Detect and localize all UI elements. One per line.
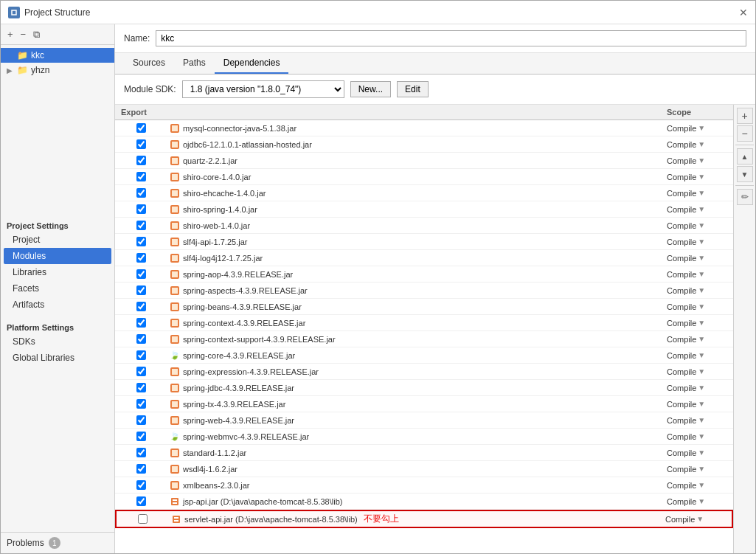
dependency-checkbox[interactable] [136, 367, 146, 376]
sidebar-item-artifacts[interactable]: Artifacts [1, 297, 114, 313]
scope-dropdown[interactable]: ▼ [698, 238, 705, 246]
dependency-checkbox[interactable] [136, 204, 146, 214]
scope-dropdown[interactable]: ▼ [698, 335, 705, 343]
scope-dropdown[interactable]: ▼ [698, 481, 705, 489]
dependency-checkbox[interactable] [136, 139, 146, 149]
scope-dropdown[interactable]: ▼ [698, 351, 705, 359]
scope-dropdown[interactable]: ▼ [698, 416, 705, 424]
edit-dependency-button[interactable]: ✏ [737, 189, 753, 205]
dependency-checkbox[interactable] [136, 253, 146, 263]
sdk-select[interactable]: 1.8 (java version "1.8.0_74") [182, 80, 344, 98]
sidebar-item-modules[interactable]: Modules [4, 248, 111, 264]
dependency-checkbox-cell [115, 237, 167, 246]
tab-sources[interactable]: Sources [124, 53, 174, 74]
dependency-checkbox[interactable] [136, 269, 146, 279]
dependency-checkbox[interactable] [136, 123, 146, 133]
scope-dropdown[interactable]: ▼ [698, 400, 705, 408]
dependency-scope: Compile▼ [667, 465, 733, 474]
name-row: Name: [115, 24, 755, 53]
move-down-button[interactable]: ▼ [737, 166, 753, 182]
dependency-label: spring-expression-4.3.9.RELEASE.jar [183, 367, 319, 376]
dependency-checkbox[interactable] [136, 318, 146, 328]
dependency-checkbox[interactable] [136, 221, 146, 230]
jar-icon [170, 464, 180, 474]
scope-dropdown[interactable]: ▼ [698, 205, 705, 213]
dependency-checkbox[interactable] [136, 334, 146, 344]
scope-dropdown[interactable]: ▼ [698, 254, 705, 262]
dependency-scope: Compile▼ [667, 335, 733, 344]
copy-module-button[interactable]: ⧉ [31, 28, 42, 41]
add-module-button[interactable]: + [5, 28, 15, 41]
sidebar-item-libraries[interactable]: Libraries [1, 264, 114, 280]
tab-paths[interactable]: Paths [174, 53, 215, 74]
tree-item-kkc[interactable]: 📁 kkc [1, 48, 114, 63]
dependency-checkbox-cell [115, 432, 167, 441]
app-icon [8, 7, 20, 18]
scope-dropdown[interactable]: ▼ [698, 497, 705, 505]
scope-dropdown[interactable]: ▼ [698, 319, 705, 327]
scope-dropdown[interactable]: ▼ [698, 384, 705, 392]
module-icon [170, 496, 180, 507]
problems-section[interactable]: Problems 1 [1, 532, 114, 553]
new-sdk-button[interactable]: New... [350, 81, 391, 97]
sidebar-item-facets[interactable]: Facets [1, 280, 114, 297]
edit-sdk-button[interactable]: Edit [397, 81, 429, 97]
scope-dropdown[interactable]: ▼ [698, 449, 705, 457]
scope-dropdown[interactable]: ▼ [698, 173, 705, 181]
scope-dropdown[interactable]: ▼ [698, 221, 705, 229]
move-up-button[interactable]: ▲ [737, 148, 753, 165]
scope-dropdown[interactable]: ▼ [698, 189, 705, 197]
sidebar: + − ⧉ 📁 kkc ▶ 📁 yhzn Project Settings Pr [1, 24, 115, 553]
dependency-checkbox[interactable] [136, 480, 146, 490]
close-button[interactable]: ✕ [739, 7, 748, 18]
dependency-checkbox[interactable] [136, 464, 146, 474]
dependency-checkbox[interactable] [136, 188, 146, 198]
dependency-checkbox-cell [115, 415, 167, 425]
scope-dropdown[interactable]: ▼ [696, 515, 704, 523]
tab-dependencies[interactable]: Dependencies [215, 53, 289, 74]
scope-label: Compile [667, 416, 696, 425]
dependency-checkbox[interactable] [136, 415, 146, 425]
sidebar-item-global-libraries[interactable]: Global Libraries [1, 350, 114, 366]
dependency-checkbox-cell [115, 302, 167, 311]
remove-dependency-button[interactable]: − [737, 125, 753, 142]
jar-icon [170, 172, 180, 182]
sidebar-item-sdks[interactable]: SDKs [1, 333, 114, 350]
scope-dropdown[interactable]: ▼ [698, 465, 705, 473]
tree-item-yhzn[interactable]: ▶ 📁 yhzn [1, 63, 114, 77]
dependency-checkbox[interactable] [136, 350, 146, 360]
dependency-name: spring-aspects-4.3.9.RELEASE.jar [167, 284, 667, 297]
sidebar-item-project[interactable]: Project [1, 232, 114, 248]
scope-dropdown[interactable]: ▼ [698, 156, 705, 165]
scope-dropdown[interactable]: ▼ [698, 270, 705, 278]
dependency-checkbox[interactable] [136, 172, 146, 181]
dependency-checkbox[interactable] [136, 302, 146, 311]
dependency-checkbox[interactable] [136, 399, 146, 409]
dependency-checkbox[interactable] [136, 156, 146, 165]
dependency-checkbox[interactable] [136, 496, 146, 506]
dependency-checkbox[interactable] [136, 432, 146, 441]
scope-label: Compile [667, 400, 696, 409]
dependency-checkbox[interactable] [136, 383, 146, 392]
dependency-checkbox[interactable] [136, 237, 146, 246]
scope-dropdown[interactable]: ▼ [698, 432, 705, 440]
add-dependency-button[interactable]: + [737, 108, 753, 124]
remove-module-button[interactable]: − [18, 28, 29, 41]
scope-label: Compile [667, 497, 696, 506]
scope-dropdown[interactable]: ▼ [698, 286, 705, 294]
scope-dropdown[interactable]: ▼ [698, 367, 705, 375]
name-input[interactable] [156, 30, 746, 46]
svg-rect-7 [174, 520, 178, 522]
scope-dropdown[interactable]: ▼ [698, 302, 705, 311]
dependency-checkbox[interactable] [138, 514, 148, 524]
dependency-checkbox-cell [115, 480, 167, 490]
dependency-name: spring-context-4.3.9.RELEASE.jar [167, 316, 667, 330]
table-row: spring-tx-4.3.9.RELEASE.jarCompile▼ [115, 396, 733, 412]
window-title: Project Structure [24, 7, 90, 18]
scope-dropdown[interactable]: ▼ [698, 140, 705, 148]
dependency-checkbox[interactable] [136, 285, 146, 295]
dependency-checkbox[interactable] [136, 448, 146, 457]
table-row: xmlbeans-2.3.0.jarCompile▼ [115, 477, 733, 494]
sdk-row: Module SDK: 1.8 (java version "1.8.0_74"… [115, 75, 755, 105]
scope-dropdown[interactable]: ▼ [698, 124, 705, 132]
